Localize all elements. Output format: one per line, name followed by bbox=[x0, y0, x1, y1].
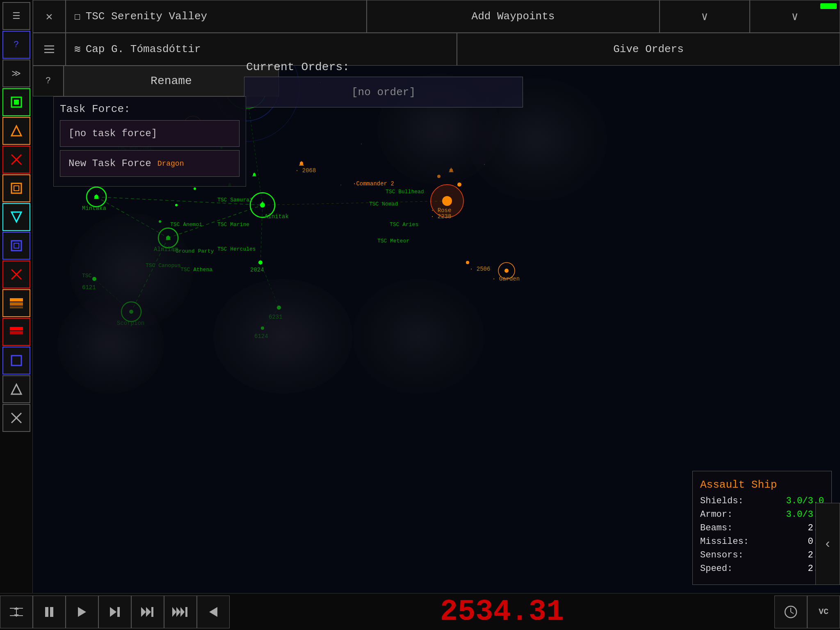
svg-line-99 bbox=[791, 612, 794, 614]
tsc-label-nomad: TSC Nomad bbox=[369, 201, 398, 207]
svg-point-69 bbox=[258, 260, 262, 265]
sidebar-square-orange[interactable] bbox=[2, 174, 30, 202]
time-value: 2534.31 bbox=[440, 595, 564, 629]
taskforce-panel: Task Force: [no task force] New Task For… bbox=[53, 96, 246, 187]
topbar: ✕ ☐ TSC Serenity Valley Add Waypoints ∨ … bbox=[33, 0, 840, 33]
svg-marker-96 bbox=[209, 607, 217, 617]
missiles-row: Missiles: 0.0 bbox=[700, 536, 824, 547]
svg-rect-5 bbox=[11, 183, 21, 193]
nebula-6 bbox=[353, 279, 484, 394]
svg-rect-6 bbox=[14, 186, 19, 191]
tsc-label-aries: TSC Aries bbox=[390, 221, 418, 228]
svg-marker-93 bbox=[176, 607, 180, 617]
sidebar-arrows-button[interactable]: ≫ bbox=[2, 59, 30, 87]
sidebar-triangle-default[interactable] bbox=[2, 375, 30, 403]
chevron-down-icon-2: ∨ bbox=[792, 9, 799, 23]
svg-point-55 bbox=[442, 196, 452, 206]
pause-button[interactable] bbox=[33, 596, 66, 628]
add-waypoints-button[interactable]: Add Waypoints bbox=[367, 0, 660, 33]
system-label-mintaka: Mintaka bbox=[82, 205, 106, 212]
sidebar: ☰ ? ≫ bbox=[0, 0, 33, 630]
svg-marker-18 bbox=[11, 384, 21, 394]
tsc-label-bullhead: TSC Bullhead bbox=[386, 189, 424, 195]
beams-label: Beams: bbox=[700, 523, 733, 533]
sidebar-stack-red[interactable] bbox=[2, 318, 30, 346]
taskforce-none-option[interactable]: [no task force] bbox=[60, 120, 240, 147]
svg-rect-91 bbox=[151, 607, 153, 617]
shields-label: Shields: bbox=[700, 496, 744, 506]
taskforce-new-option[interactable]: New Task Force Dragon bbox=[60, 150, 240, 177]
svg-marker-94 bbox=[180, 607, 185, 617]
taskforce-title: Task Force: bbox=[60, 103, 240, 115]
system-label-2238: · 2238 bbox=[431, 213, 451, 220]
ship-info-panel: Assault Ship Shields: 3.0/3.0 Armor: 3.0… bbox=[692, 471, 832, 585]
sidebar-stack-orange[interactable] bbox=[2, 289, 30, 317]
tsc-label-anemoi: TSC Anemoi bbox=[170, 221, 202, 228]
svg-point-50 bbox=[260, 203, 265, 208]
svg-rect-15 bbox=[10, 327, 23, 330]
enemy-commander: ·Commander 2 bbox=[353, 180, 394, 187]
sidebar-square-blue[interactable] bbox=[2, 232, 30, 260]
fast-forward-button[interactable] bbox=[131, 596, 164, 628]
sidebar-triangle-down-teal[interactable] bbox=[2, 203, 30, 231]
svg-rect-9 bbox=[14, 243, 19, 248]
location-button[interactable]: ☐ TSC Serenity Valley bbox=[66, 0, 367, 33]
close-button[interactable]: ✕ bbox=[33, 0, 66, 33]
sidebar-x-red-2[interactable] bbox=[2, 260, 30, 288]
svg-rect-1 bbox=[14, 100, 19, 105]
system-label-2506: · 2506 bbox=[470, 266, 490, 272]
rename-bar: ? Rename bbox=[33, 66, 279, 96]
svg-marker-86 bbox=[78, 607, 86, 617]
ship-scroll-button[interactable]: ‹ bbox=[815, 503, 840, 585]
bottombar: 2534.31 VC bbox=[0, 593, 840, 630]
svg-rect-84 bbox=[45, 607, 48, 617]
clock-button[interactable] bbox=[774, 596, 807, 628]
compress-button[interactable] bbox=[0, 596, 33, 628]
system-label-2024: 2024 bbox=[250, 267, 264, 273]
status-indicator bbox=[820, 3, 837, 9]
location-text: TSC Serenity Valley bbox=[86, 10, 207, 23]
ultra-fast-forward-button[interactable] bbox=[164, 596, 197, 628]
sidebar-square-green[interactable] bbox=[2, 88, 30, 116]
system-label-rose: · Rose bbox=[431, 207, 451, 214]
svg-marker-77 bbox=[299, 161, 304, 166]
star-2 bbox=[361, 144, 362, 144]
sidebar-triangle-orange[interactable] bbox=[2, 117, 30, 145]
nebula-3 bbox=[213, 279, 353, 394]
rename-help-button[interactable]: ? bbox=[33, 66, 64, 96]
ship-title: Assault Ship bbox=[700, 479, 824, 491]
svg-rect-13 bbox=[10, 302, 23, 306]
play-button[interactable] bbox=[66, 596, 98, 628]
vc-button[interactable]: VC bbox=[807, 596, 840, 628]
close-button-2[interactable] bbox=[33, 33, 66, 66]
chevron-down-icon-1: ∨ bbox=[701, 9, 708, 23]
rewind-button[interactable] bbox=[197, 596, 230, 628]
sidebar-x-default[interactable] bbox=[2, 404, 30, 432]
missiles-label: Missiles: bbox=[700, 536, 749, 547]
dropdown1-button[interactable]: ∨ bbox=[660, 0, 750, 33]
svg-point-62 bbox=[457, 183, 461, 187]
sidebar-menu-button[interactable]: ☰ bbox=[2, 2, 30, 30]
orders-value[interactable]: [no order] bbox=[244, 77, 523, 107]
svg-point-59 bbox=[300, 162, 303, 165]
sidebar-help-button[interactable]: ? bbox=[2, 31, 30, 59]
svg-point-58 bbox=[466, 261, 469, 264]
armor-label: Armor: bbox=[700, 509, 733, 520]
svg-rect-14 bbox=[10, 306, 23, 308]
step-forward-button[interactable] bbox=[98, 596, 131, 628]
armor-row: Armor: 3.0/3.0 bbox=[700, 509, 824, 520]
svg-rect-85 bbox=[50, 607, 53, 617]
orders-title: Current Orders: bbox=[244, 61, 523, 73]
sidebar-x-red[interactable] bbox=[2, 146, 30, 173]
sensors-label: Sensors: bbox=[700, 550, 744, 560]
svg-rect-88 bbox=[117, 607, 120, 617]
system-label-2068: · 2068 bbox=[295, 167, 316, 174]
svg-marker-7 bbox=[11, 212, 21, 222]
svg-line-29 bbox=[260, 205, 262, 262]
tsc-label-hercules: TSC Hercules bbox=[217, 246, 256, 252]
orders-panel: Current Orders: [no order] bbox=[244, 61, 523, 107]
svg-point-67 bbox=[175, 204, 178, 206]
dragon-label: Dragon bbox=[158, 160, 184, 168]
commander-icon: ≋ bbox=[74, 43, 81, 56]
sidebar-square-blue-2[interactable] bbox=[2, 347, 30, 374]
